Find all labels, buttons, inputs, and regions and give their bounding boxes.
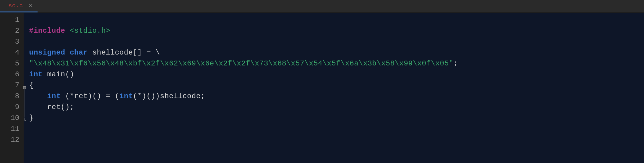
- line-number: 5: [0, 58, 19, 69]
- token: int: [47, 92, 61, 100]
- tab-bar: sc.c ✕: [0, 0, 644, 13]
- token: #include: [29, 27, 65, 35]
- code-line[interactable]: }: [29, 113, 644, 124]
- token: (*)())shellcode;: [133, 92, 205, 100]
- token: [29, 92, 47, 100]
- token: {: [29, 81, 34, 89]
- token: <stdio.h>: [70, 27, 110, 35]
- editor: 123456789101112 ⊟└ #include <stdio.h> un…: [0, 13, 644, 163]
- token: (*ret)() = (: [61, 92, 119, 100]
- token: int: [29, 70, 43, 78]
- close-icon[interactable]: ✕: [28, 2, 33, 9]
- token: char: [70, 48, 88, 57]
- token: shellcode[] = \: [88, 48, 160, 57]
- line-number: 6: [0, 69, 19, 80]
- line-number: 7: [0, 80, 19, 91]
- code-line[interactable]: [29, 36, 644, 47]
- token: [65, 48, 70, 57]
- line-number: 9: [0, 102, 19, 113]
- code-line[interactable]: [29, 15, 644, 25]
- line-number: 3: [0, 36, 19, 47]
- fold-guide: [25, 88, 25, 118]
- token: ;: [453, 59, 458, 68]
- code-line[interactable]: int main(): [29, 69, 644, 80]
- token: unsigned: [29, 48, 65, 57]
- token: [65, 27, 70, 35]
- line-number: 1: [0, 15, 19, 25]
- code-line[interactable]: [29, 124, 644, 135]
- code-line[interactable]: int (*ret)() = (int(*)())shellcode;: [29, 91, 644, 102]
- code-line[interactable]: [29, 135, 644, 145]
- token: "\x48\x31\xf6\x56\x48\xbf\x2f\x62\x69\x6…: [29, 59, 453, 68]
- line-number: 8: [0, 91, 19, 102]
- code-line[interactable]: #include <stdio.h>: [29, 25, 644, 36]
- code-line[interactable]: ret();: [29, 102, 644, 113]
- code-line[interactable]: {: [29, 80, 644, 91]
- line-number: 11: [0, 124, 19, 135]
- line-number: 2: [0, 25, 19, 36]
- token: int: [119, 92, 133, 100]
- tab-label: sc.c: [8, 2, 23, 9]
- fold-close-icon: └: [23, 115, 26, 126]
- token: main(): [43, 70, 74, 78]
- line-number-gutter: 123456789101112: [0, 13, 24, 163]
- line-number: 10: [0, 113, 19, 124]
- token: }: [29, 114, 34, 122]
- fold-column: ⊟└: [24, 13, 29, 163]
- code-line[interactable]: unsigned char shellcode[] = \: [29, 47, 644, 58]
- code-area[interactable]: #include <stdio.h> unsigned char shellco…: [29, 13, 644, 163]
- line-number: 12: [0, 135, 19, 145]
- code-line[interactable]: "\x48\x31\xf6\x56\x48\xbf\x2f\x62\x69\x6…: [29, 58, 644, 69]
- line-number: 4: [0, 47, 19, 58]
- tab-sc-c[interactable]: sc.c ✕: [0, 0, 38, 12]
- token: ret();: [29, 103, 74, 111]
